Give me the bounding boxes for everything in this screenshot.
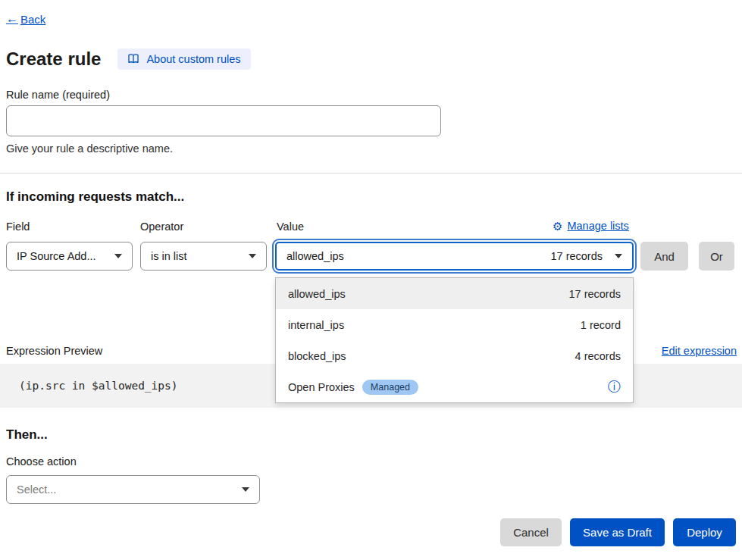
value-select-records: 17 records [550,250,603,262]
choose-action-label: Choose action [6,455,77,468]
book-icon [127,53,139,65]
list-item-open-proxies[interactable]: Open Proxies Managed ⓘ [276,371,633,402]
operator-select[interactable]: is in list [140,242,267,271]
value-column-label: Value [277,221,304,233]
expression-code: (ip.src in $allowed_ips) [19,380,178,392]
or-button[interactable]: Or [699,242,734,271]
about-custom-rules-link[interactable]: About custom rules [117,48,250,70]
back-arrow-icon: ← [6,12,18,26]
list-item-name: blocked_ips [288,350,346,362]
list-item-name: Open Proxies [288,381,355,393]
list-item-internal-ips[interactable]: internal_ips 1 record [276,309,633,340]
create-rule-page: ← Back Create rule About custom rules Ru… [0,0,742,560]
gear-icon: ⚙ [553,221,562,232]
back-label: Back [20,13,45,26]
page-title: Create rule [6,48,101,70]
title-row: Create rule About custom rules [6,48,251,70]
chevron-down-icon [242,487,249,492]
cancel-button[interactable]: Cancel [500,518,562,546]
rule-name-help: Give your rule a descriptive name. [6,142,173,155]
list-item-name: allowed_ips [288,288,346,300]
action-select[interactable]: Select... [6,475,260,504]
value-select[interactable]: allowed_ips 17 records [275,242,634,271]
operator-select-value: is in list [151,250,187,262]
chevron-down-icon [249,254,256,258]
match-section-heading: If incoming requests match... [6,189,184,205]
chevron-down-icon [114,254,122,258]
rule-name-label: Rule name (required) [6,89,110,101]
list-item-records: 1 record [581,319,621,331]
chevron-down-icon [615,254,622,258]
field-select[interactable]: IP Source Add... [6,242,133,271]
list-item-name: internal_ips [288,319,344,331]
action-select-placeholder: Select... [17,483,56,496]
about-label: About custom rules [146,53,240,65]
back-link[interactable]: ← Back [6,12,45,26]
field-column-label: Field [6,221,30,233]
list-item-records: 4 records [575,350,621,362]
then-section-heading: Then... [6,427,48,443]
expression-preview-label: Expression Preview [6,345,102,357]
value-select-value: allowed_ips [286,250,344,262]
info-icon[interactable]: ⓘ [608,380,621,393]
field-select-value: IP Source Add... [17,250,96,262]
operator-column-label: Operator [140,221,183,233]
list-item-records: 17 records [568,288,621,300]
save-as-draft-button[interactable]: Save as Draft [570,518,665,546]
manage-lists-link[interactable]: ⚙ Manage lists [553,220,629,232]
rule-name-input[interactable] [6,105,441,136]
managed-badge: Managed [362,380,418,395]
edit-expression-link[interactable]: Edit expression [662,345,737,357]
manage-lists-label: Manage lists [567,220,628,232]
list-item-allowed-ips[interactable]: allowed_ips 17 records [276,278,633,309]
list-dropdown: allowed_ips 17 records internal_ips 1 re… [275,277,634,403]
and-button[interactable]: And [640,242,688,271]
section-divider [0,173,742,174]
deploy-button[interactable]: Deploy [673,518,736,546]
list-item-blocked-ips[interactable]: blocked_ips 4 records [276,340,633,371]
